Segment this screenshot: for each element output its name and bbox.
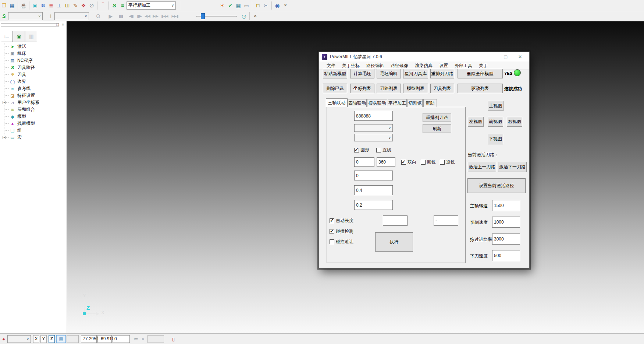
- checkbox[interactable]: [376, 148, 381, 152]
- left-view-button[interactable]: 左视图: [468, 117, 484, 127]
- stepover-input[interactable]: 0.4: [354, 185, 393, 195]
- star-tool-icon[interactable]: ✶: [218, 1, 226, 10]
- use-tool-combobox[interactable]: ∨: [354, 134, 393, 141]
- tab-web-view[interactable]: ◉: [13, 31, 25, 42]
- delete-selected-button[interactable]: 删除已选: [323, 84, 347, 93]
- tree-item-workplanes[interactable]: +⊿用户坐标系: [2, 99, 65, 106]
- rearrange-toolpaths-button[interactable]: 重排列刀路: [430, 69, 454, 78]
- go-to-start-icon[interactable]: ▮◀◀: [160, 12, 170, 20]
- menu-path-edit[interactable]: 路径编辑: [363, 62, 387, 70]
- menu-path-mirror[interactable]: 路径镜像: [387, 62, 412, 70]
- pause-icon[interactable]: ▮▮: [117, 12, 125, 20]
- auto-length-checkbox[interactable]: 自动长度: [330, 218, 353, 224]
- feedrate-icon[interactable]: ≣: [47, 1, 55, 10]
- checkbox[interactable]: [421, 160, 426, 165]
- block-edit-button[interactable]: 毛坯编辑: [377, 69, 401, 78]
- y-lock-button[interactable]: Y: [40, 335, 47, 343]
- top-view-button[interactable]: 上视图: [488, 101, 504, 111]
- tree-item-macros[interactable]: +▭宏: [2, 134, 65, 141]
- front-view-button[interactable]: 前视图: [488, 117, 503, 127]
- tree-item-feature-sets[interactable]: ◪特征设置: [2, 92, 65, 99]
- expand-icon[interactable]: +: [3, 101, 6, 104]
- checkbox[interactable]: [401, 160, 406, 165]
- points-icon[interactable]: ❖: [79, 1, 88, 10]
- sim-toolpath-combobox[interactable]: ∨: [8, 12, 43, 20]
- right-view-button[interactable]: 右视图: [507, 117, 522, 127]
- tree-item-tools[interactable]: Ψ刀具: [2, 71, 65, 78]
- circle-checkbox[interactable]: 圆形: [354, 147, 369, 153]
- paste-new-model-button[interactable]: 粘贴新模型: [323, 69, 347, 78]
- measure-field[interactable]: [147, 335, 164, 343]
- checkbox[interactable]: [330, 239, 334, 244]
- shaded-model-icon[interactable]: ☕: [19, 1, 28, 10]
- tree-item-groups[interactable]: ❏组: [2, 127, 65, 134]
- skim-feed-input[interactable]: 3000: [492, 234, 520, 245]
- step-forward-icon[interactable]: ▮▶: [135, 12, 143, 20]
- toolpath-edit-icon[interactable]: ✎: [71, 1, 79, 10]
- slider-handle[interactable]: [201, 13, 205, 19]
- tree-item-patterns[interactable]: ≈参考线: [2, 85, 65, 92]
- base-coord-combobox[interactable]: ∨: [354, 124, 393, 132]
- workplane-combobox[interactable]: ∨: [7, 335, 31, 343]
- toolbar-gripper[interactable]: [1, 25, 59, 27]
- tree-item-models[interactable]: ◆模型: [2, 113, 65, 120]
- toolpath-name-input[interactable]: 888888: [354, 111, 393, 121]
- play-icon[interactable]: ▶: [107, 12, 115, 20]
- open-project-icon[interactable]: ❐: [0, 1, 8, 10]
- minimize-button[interactable]: —: [484, 52, 497, 62]
- climb-mill-checkbox[interactable]: 顺铣: [421, 159, 436, 165]
- tab-help[interactable]: 帮助: [423, 99, 437, 107]
- tool-icon[interactable]: ⊥: [55, 1, 63, 10]
- model-list-button[interactable]: 模型列表: [403, 84, 428, 93]
- tab-head-tilt[interactable]: 摆头联动: [367, 99, 387, 107]
- x-lock-button[interactable]: X: [33, 335, 39, 343]
- strategy-combobox[interactable]: 平行精加工 ∨: [127, 1, 176, 10]
- toolbar-close-icon[interactable]: ✕: [281, 1, 289, 10]
- maximize-button[interactable]: ▢: [499, 52, 512, 62]
- calculator-icon[interactable]: ▦: [234, 1, 242, 10]
- menu-file[interactable]: 文件: [323, 62, 339, 70]
- menu-render-sim[interactable]: 渲染仿真: [412, 62, 436, 70]
- powermill-logo-icon[interactable]: S: [110, 1, 118, 10]
- tree-item-nc-programs[interactable]: ▤NC程序: [2, 57, 65, 64]
- tab-4axis[interactable]: 四轴联动: [348, 99, 367, 107]
- tree-item-machine[interactable]: ▣机床: [2, 50, 65, 57]
- cylinders-icon[interactable]: ◉: [273, 1, 281, 10]
- close-button[interactable]: ✕: [514, 52, 526, 62]
- tab-recycle-bin[interactable]: ▥: [25, 31, 37, 42]
- leads-links-icon[interactable]: Ш: [63, 1, 71, 10]
- tool-list-button[interactable]: 刀具列表: [430, 84, 454, 93]
- checkbox[interactable]: [354, 148, 359, 152]
- refresh-button[interactable]: 刷新: [423, 124, 451, 133]
- tree-item-levels-sets[interactable]: ≋层和组合: [2, 106, 65, 113]
- block-icon[interactable]: ▣: [31, 1, 39, 10]
- collision-check-icon[interactable]: ⌒: [99, 1, 107, 10]
- angle-to-input[interactable]: 360: [377, 157, 395, 167]
- sim-tool-combobox[interactable]: ∨: [54, 12, 89, 20]
- save-project-icon[interactable]: ▦: [8, 1, 16, 10]
- tool-check-icon[interactable]: ✔: [226, 1, 234, 10]
- rearrange-button[interactable]: 重排列刀路: [423, 113, 451, 122]
- expand-icon[interactable]: +: [3, 136, 6, 139]
- dialog-titlebar[interactable]: ✦ PowerMILL 忆梦星河 7.0.6: [319, 52, 529, 62]
- delete-all-models-button[interactable]: 删除全部模型: [458, 69, 503, 78]
- rewind-icon[interactable]: ◀◀: [143, 12, 152, 20]
- set-active-path-button[interactable]: 设置当前激活路径: [467, 178, 526, 193]
- delete-tool-icon[interactable]: ∅: [88, 1, 96, 10]
- menu-coordinates[interactable]: 关于坐标: [339, 62, 363, 70]
- checkbox[interactable]: [330, 218, 334, 223]
- fast-forward-icon[interactable]: ▶▶: [152, 12, 160, 20]
- tool-library-button[interactable]: 星河刀具库: [403, 69, 428, 78]
- step-back-icon[interactable]: ◀▮: [127, 12, 135, 20]
- cursor-x-field[interactable]: 77.2951: [81, 335, 97, 343]
- execute-button[interactable]: 执行: [375, 232, 413, 252]
- activate-next-toolpath-button[interactable]: 激活下一刀路: [498, 162, 527, 172]
- stock-input[interactable]: 0: [354, 171, 393, 180]
- tolerance-input[interactable]: 0.2: [354, 200, 393, 210]
- spindle-speed-input[interactable]: 1500: [492, 200, 520, 211]
- bottom-view-button[interactable]: 下视图: [488, 134, 503, 144]
- tree-item-toolpaths[interactable]: S刀具路径: [2, 64, 65, 71]
- tree-item-stock-models[interactable]: ▲残留模型: [2, 120, 65, 127]
- scissors-icon[interactable]: ✂: [262, 1, 270, 10]
- tab-3axis[interactable]: 三轴联动: [326, 98, 348, 107]
